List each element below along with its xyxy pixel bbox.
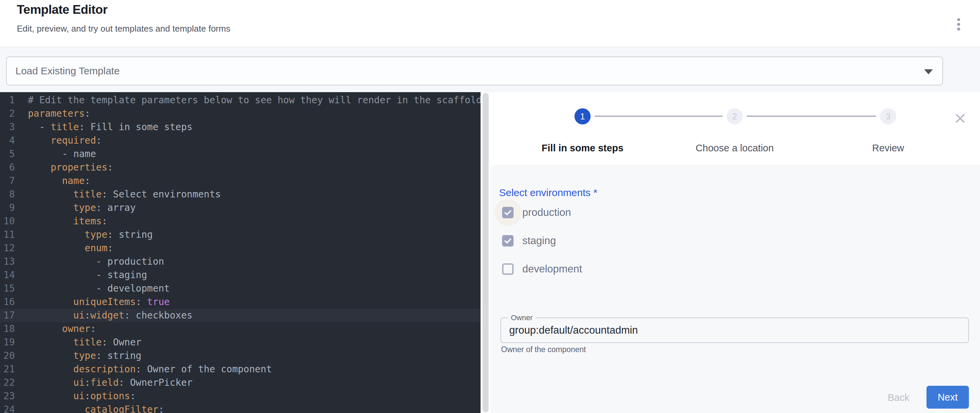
editor-scrollbar[interactable] <box>483 93 488 412</box>
code-line-13[interactable]: 13 - production <box>0 255 480 268</box>
code-line-8[interactable]: 8 title: Select environments <box>0 187 480 201</box>
step-3-label: Review <box>872 143 904 154</box>
page-subtitle: Edit, preview, and try out templates and… <box>17 24 230 34</box>
code-line-3[interactable]: 3 - title: Fill in some steps <box>0 121 480 134</box>
step-1-label: Fill in some steps <box>541 143 623 154</box>
form-card <box>490 165 980 413</box>
owner-input-value: group:default/accountadmin <box>509 318 638 342</box>
checkbox-unchecked-icon[interactable] <box>502 263 514 275</box>
code-line-6[interactable]: 6 properties: <box>0 161 480 174</box>
code-line-20[interactable]: 20 type: string <box>0 349 480 362</box>
step-connector <box>747 116 876 117</box>
checkbox-checked-icon[interactable] <box>502 235 514 246</box>
code-line-24[interactable]: 24 catalogFilter: <box>0 403 480 413</box>
load-template-select[interactable]: Load Existing Template <box>6 57 943 86</box>
code-line-18[interactable]: 18 owner: <box>0 322 480 336</box>
code-line-4[interactable]: 4 required: <box>0 134 480 147</box>
environments-group-label: Select environments * <box>499 187 597 199</box>
chevron-down-icon <box>924 69 933 74</box>
step-2-label: Choose a location <box>695 143 774 154</box>
code-line-17[interactable]: 17 ui:widget: checkboxes <box>0 309 480 322</box>
code-line-15[interactable]: 15 - development <box>0 282 480 295</box>
toolbar: Load Existing Template <box>0 48 980 92</box>
step-1-indicator: 1 <box>574 108 590 124</box>
load-template-select-value: Load Existing Template <box>16 65 120 77</box>
code-line-2[interactable]: 2parameters: <box>0 107 480 121</box>
code-line-11[interactable]: 11 type: string <box>0 228 480 241</box>
kebab-menu-icon[interactable] <box>954 16 963 33</box>
template-editor-page: Template Editor Edit, preview, and try o… <box>0 0 980 413</box>
yaml-code-editor[interactable]: 1# Edit the template parameters below to… <box>0 92 480 413</box>
checkbox-option-development[interactable]: development <box>502 262 582 276</box>
code-line-9[interactable]: 9 type: array <box>0 201 480 214</box>
code-line-22[interactable]: 22 ui:field: OwnerPicker <box>0 376 480 389</box>
checkbox-option-staging[interactable]: staging <box>502 234 556 248</box>
code-line-14[interactable]: 14 - staging <box>0 268 480 282</box>
required-asterisk: * <box>593 187 597 198</box>
code-line-1[interactable]: 1# Edit the template parameters below to… <box>0 94 480 107</box>
code-line-19[interactable]: 19 title: Owner <box>0 336 480 349</box>
page-title: Template Editor <box>17 3 107 17</box>
close-icon[interactable] <box>954 112 967 125</box>
step-connector <box>595 116 722 117</box>
owner-input[interactable]: Owner group:default/accountadmin <box>500 318 969 343</box>
code-line-21[interactable]: 21 description: Owner of the component <box>0 362 480 376</box>
owner-helper-text: Owner of the component <box>501 345 586 354</box>
checkbox-option-production[interactable]: production <box>502 206 571 219</box>
code-line-7[interactable]: 7 name: <box>0 174 480 187</box>
code-line-16[interactable]: 16 uniqueItems: true <box>0 295 480 309</box>
step-3-indicator: 3 <box>880 108 896 124</box>
step-2-indicator: 2 <box>727 108 743 124</box>
code-line-12[interactable]: 12 enum: <box>0 241 480 255</box>
page-header: Template Editor Edit, preview, and try o… <box>0 0 980 48</box>
code-line-5[interactable]: 5 - name <box>0 147 480 161</box>
next-button[interactable]: Next <box>926 386 969 409</box>
checkbox-checked-icon[interactable] <box>502 207 514 218</box>
back-button[interactable]: Back <box>875 388 922 407</box>
code-line-10[interactable]: 10 items: <box>0 214 480 228</box>
code-line-23[interactable]: 23 ui:options: <box>0 389 480 403</box>
